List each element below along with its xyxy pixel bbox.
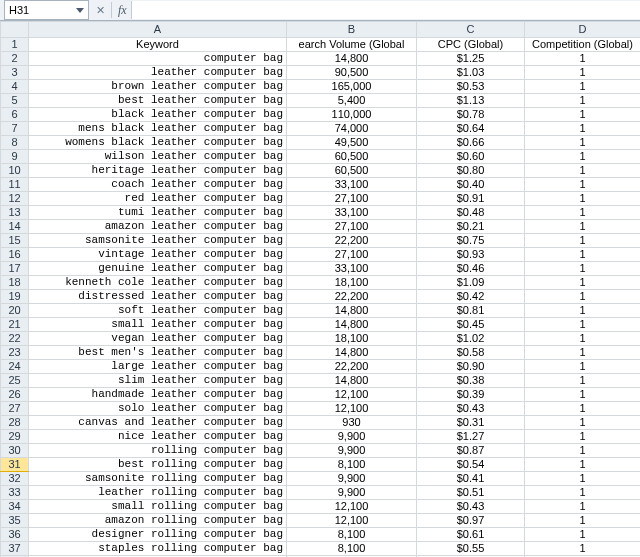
row-header[interactable]: 20 [1,304,29,318]
row-header[interactable]: 27 [1,402,29,416]
cell[interactable]: 1 [525,402,641,416]
cell[interactable]: 14,800 [287,304,417,318]
cell[interactable]: 1 [525,136,641,150]
cell[interactable]: 5,400 [287,94,417,108]
cell[interactable]: leather computer bag [29,66,287,80]
cell[interactable]: brown leather computer bag [29,80,287,94]
cell[interactable]: 8,100 [287,458,417,472]
cell[interactable]: 14,800 [287,346,417,360]
row-header[interactable]: 17 [1,262,29,276]
cell[interactable]: 1 [525,220,641,234]
cell[interactable]: 9,900 [287,444,417,458]
cell[interactable]: $0.81 [417,304,525,318]
cell[interactable]: solo leather computer bag [29,402,287,416]
cell[interactable]: vintage leather computer bag [29,248,287,262]
cell[interactable]: $0.75 [417,234,525,248]
cell[interactable]: $0.48 [417,206,525,220]
row-header[interactable]: 12 [1,192,29,206]
row-header[interactable]: 1 [1,38,29,52]
cell[interactable]: 22,200 [287,234,417,248]
cell[interactable]: $0.55 [417,542,525,556]
cell[interactable]: 33,100 [287,178,417,192]
cell[interactable]: 33,100 [287,262,417,276]
cell[interactable]: slim leather computer bag [29,374,287,388]
col-header-B[interactable]: B [287,22,417,38]
cell[interactable]: $0.40 [417,178,525,192]
cell[interactable]: 1 [525,332,641,346]
cell[interactable]: 12,100 [287,500,417,514]
cell[interactable]: 49,500 [287,136,417,150]
cell[interactable]: 1 [525,318,641,332]
cell[interactable]: 8,100 [287,542,417,556]
name-box[interactable]: H31 [4,0,89,20]
row-header[interactable]: 8 [1,136,29,150]
row-header[interactable]: 19 [1,290,29,304]
cell[interactable]: 1 [525,472,641,486]
cell[interactable]: $0.39 [417,388,525,402]
cell[interactable]: $0.66 [417,136,525,150]
cell[interactable]: 1 [525,122,641,136]
cell[interactable]: 1 [525,234,641,248]
cell[interactable]: 14,800 [287,52,417,66]
cell[interactable]: best men's leather computer bag [29,346,287,360]
row-header[interactable]: 22 [1,332,29,346]
cell[interactable]: $0.60 [417,150,525,164]
cell[interactable]: 60,500 [287,150,417,164]
cell[interactable]: 22,200 [287,290,417,304]
cell[interactable]: $0.45 [417,318,525,332]
cell[interactable]: 9,900 [287,430,417,444]
cell[interactable]: 1 [525,276,641,290]
cell[interactable]: 12,100 [287,402,417,416]
cell[interactable]: Keyword [29,38,287,52]
cell[interactable]: womens black leather computer bag [29,136,287,150]
row-header[interactable]: 13 [1,206,29,220]
cell[interactable]: designer rolling computer bag [29,528,287,542]
cell[interactable]: 1 [525,486,641,500]
cell[interactable]: 1 [525,150,641,164]
cell[interactable]: $1.02 [417,332,525,346]
cell[interactable]: distressed leather computer bag [29,290,287,304]
cell[interactable]: 1 [525,514,641,528]
cell[interactable]: $0.41 [417,472,525,486]
fx-button[interactable]: fx [114,3,131,18]
row-header[interactable]: 14 [1,220,29,234]
row-header[interactable]: 36 [1,528,29,542]
cell[interactable]: 165,000 [287,80,417,94]
cell[interactable]: 930 [287,416,417,430]
cell[interactable]: 1 [525,500,641,514]
cell[interactable]: 1 [525,80,641,94]
cell[interactable]: 1 [525,458,641,472]
col-header-C[interactable]: C [417,22,525,38]
cell[interactable]: 1 [525,542,641,556]
cell[interactable]: kenneth cole leather computer bag [29,276,287,290]
cell[interactable]: small rolling computer bag [29,500,287,514]
cell[interactable]: staples rolling computer bag [29,542,287,556]
cell[interactable]: 18,100 [287,332,417,346]
cell[interactable]: 1 [525,528,641,542]
row-header[interactable]: 16 [1,248,29,262]
cell[interactable]: leather rolling computer bag [29,486,287,500]
row-header[interactable]: 18 [1,276,29,290]
cell[interactable]: 1 [525,290,641,304]
cell[interactable]: 74,000 [287,122,417,136]
row-header[interactable]: 7 [1,122,29,136]
cell[interactable]: 1 [525,248,641,262]
cell[interactable]: $1.09 [417,276,525,290]
cell[interactable]: samsonite leather computer bag [29,234,287,248]
cell[interactable]: 33,100 [287,206,417,220]
cell[interactable]: soft leather computer bag [29,304,287,318]
row-header[interactable]: 23 [1,346,29,360]
row-header[interactable]: 6 [1,108,29,122]
col-header-D[interactable]: D [525,22,641,38]
cell[interactable]: 1 [525,94,641,108]
cell[interactable]: mens black leather computer bag [29,122,287,136]
cell[interactable]: 1 [525,178,641,192]
cell[interactable]: 12,100 [287,514,417,528]
cell[interactable]: $0.87 [417,444,525,458]
cell[interactable]: 1 [525,192,641,206]
cell[interactable]: Competition (Global) [525,38,641,52]
cell[interactable]: 110,000 [287,108,417,122]
cell[interactable]: genuine leather computer bag [29,262,287,276]
select-all-corner[interactable] [1,22,29,38]
cell[interactable]: $0.64 [417,122,525,136]
